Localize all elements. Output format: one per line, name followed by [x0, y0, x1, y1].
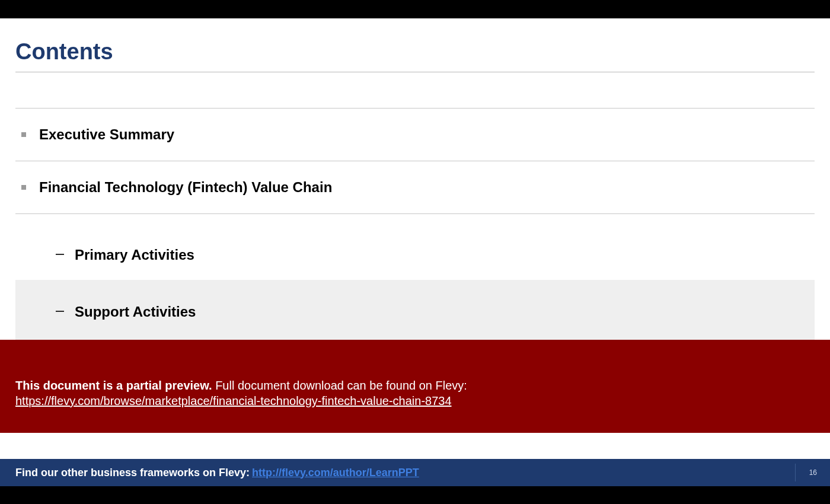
slide-page: Contents Executive Summary Financial Tec… [0, 0, 830, 504]
toc-label: Financial Technology (Fintech) Value Cha… [39, 179, 332, 196]
content-area: Contents Executive Summary Financial Tec… [0, 18, 830, 344]
table-of-contents: Executive Summary Financial Technology (… [15, 108, 815, 344]
footer-bar: Find our other business frameworks on Fl… [0, 459, 830, 486]
toc-item-fintech-value-chain: Financial Technology (Fintech) Value Cha… [15, 161, 815, 214]
page-number: 16 [809, 468, 817, 477]
square-bullet-icon [21, 185, 26, 190]
footer-link[interactable]: http://flevy.com/author/LearnPPT [252, 467, 419, 479]
toc-item-executive-summary: Executive Summary [15, 108, 815, 161]
toc-label: Executive Summary [39, 126, 174, 143]
letterbox-bottom [0, 486, 830, 504]
square-bullet-icon [21, 132, 26, 137]
page-number-separator [795, 464, 796, 481]
toc-label: Primary Activities [75, 247, 194, 263]
page-title: Contents [0, 18, 830, 72]
letterbox-top [0, 0, 830, 18]
toc-subitem-support-activities: Support Activities [15, 280, 815, 344]
toc-subitem-primary-activities: Primary Activities [15, 214, 815, 280]
preview-rest-text: Full document download can be found on F… [212, 379, 467, 392]
dash-bullet-icon [56, 254, 64, 255]
title-divider [15, 72, 815, 72]
preview-banner: This document is a partial preview. Full… [0, 340, 830, 433]
footer-text: Find our other business frameworks on Fl… [15, 467, 250, 479]
toc-label: Support Activities [75, 304, 196, 320]
preview-link[interactable]: https://flevy.com/browse/marketplace/fin… [15, 394, 452, 407]
dash-bullet-icon [56, 311, 64, 312]
preview-bold-text: This document is a partial preview. [15, 379, 212, 392]
